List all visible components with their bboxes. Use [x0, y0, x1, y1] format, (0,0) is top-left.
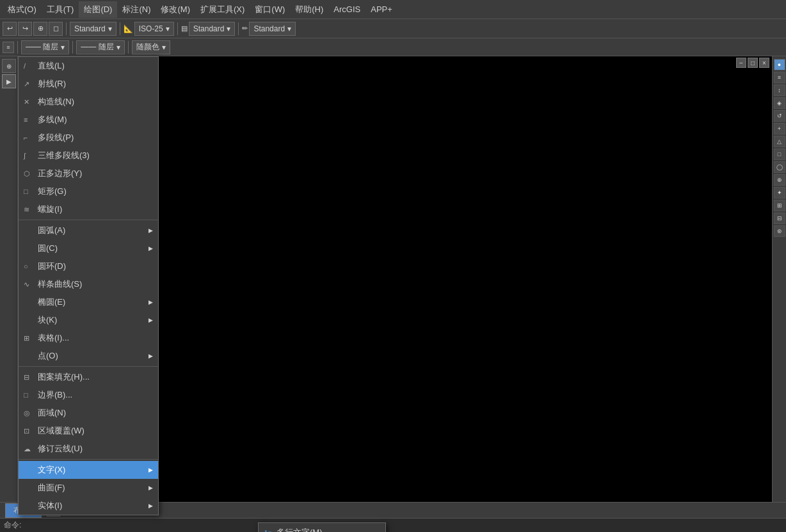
sep4 — [238, 22, 239, 35]
menu-item-boundary-label: 边界(B)... — [38, 389, 72, 401]
right-btn-11[interactable]: ✦ — [774, 187, 785, 198]
menu-item-text[interactable]: 文字(X) — [19, 461, 158, 479]
canvas-area[interactable]: − □ × / 直线(L) ↗ 射线(R) ✕ 构造线(N) ≡ 多线(M) — [18, 56, 772, 502]
redo-button[interactable]: ↪ — [18, 22, 32, 36]
right-btn-5[interactable]: ↺ — [774, 110, 785, 122]
menu-item-boundary[interactable]: □ 边界(B)... — [19, 386, 158, 404]
tool4-button[interactable]: ◻ — [49, 22, 63, 36]
right-btn-8[interactable]: □ — [774, 149, 785, 160]
right-btn-9[interactable]: ◯ — [774, 161, 785, 173]
toolbar-row2: ≡ —— 随层 ▾ —— 随层 ▾ 随颜色 ▾ — [0, 38, 786, 56]
iso-icon: 📐 — [124, 24, 133, 33]
standard2-dropdown[interactable]: Standard ▾ — [189, 22, 236, 36]
mtext-icon: A≡ — [264, 529, 272, 533]
menubar-item-modify[interactable]: 修改(M) — [156, 1, 195, 18]
menu-item-surface[interactable]: 曲面(F) — [19, 479, 158, 497]
menu-item-block-label: 块(K) — [38, 314, 57, 326]
menubar-item-format[interactable]: 格式(O) — [3, 1, 42, 18]
standard3-dropdown[interactable]: Standard ▾ — [249, 22, 296, 36]
menu-item-arc[interactable]: 圆弧(A) — [19, 222, 158, 239]
menubar-item-tools[interactable]: 工具(T) — [42, 1, 79, 18]
menubar-item-app[interactable]: APP+ — [365, 2, 397, 17]
layer2-dropdown[interactable]: —— 随层 ▾ — [76, 40, 124, 54]
menu-item-donut-label: 圆环(D) — [38, 261, 66, 272]
standard1-label: Standard — [74, 24, 106, 33]
menubar-item-help[interactable]: 帮助(H) — [290, 1, 328, 18]
menubar-item-arcgis[interactable]: ArcGIS — [328, 2, 365, 17]
standard2-icon: ▤ — [181, 24, 188, 33]
color-chevron: ▾ — [162, 43, 166, 52]
menu-item-multiline[interactable]: ≡ 多线(M) — [19, 111, 158, 129]
sep5 — [17, 41, 18, 54]
polygon-icon: ⬡ — [24, 170, 30, 178]
menu-item-ellipse[interactable]: 椭圆(E) — [19, 293, 158, 311]
layer-btn[interactable]: ≡ — [3, 42, 14, 53]
menu-item-region[interactable]: ◎ 面域(N) — [19, 404, 158, 422]
layer1-dropdown[interactable]: —— 随层 ▾ — [21, 40, 69, 54]
right-btn-12[interactable]: ⊞ — [774, 200, 785, 211]
menu-item-line[interactable]: / 直线(L) — [19, 57, 158, 75]
menu-item-line-label: 直线(L) — [38, 60, 65, 72]
hatch-icon: ⊟ — [24, 373, 29, 382]
close-button[interactable]: × — [759, 58, 769, 68]
standard1-dropdown[interactable]: Standard ▾ — [70, 22, 116, 36]
menu-item-rectangle[interactable]: □ 矩形(G) — [19, 182, 158, 200]
right-btn-10[interactable]: ⊕ — [774, 174, 785, 186]
menu-item-3d-polyline-label: 三维多段线(3) — [38, 150, 90, 161]
main-area: ⊕ ▶ − □ × / 直线(L) ↗ 射线(R) ✕ 构造线(N) — [0, 56, 786, 502]
command-prompt: 命令: — [4, 520, 21, 531]
menubar-item-extend[interactable]: 扩展工具(X) — [195, 1, 250, 18]
ray-icon: ↗ — [24, 80, 29, 88]
menu-item-donut[interactable]: ○ 圆环(D) — [19, 257, 158, 275]
menu-item-helix[interactable]: ≋ 螺旋(I) — [19, 200, 158, 218]
right-btn-4[interactable]: ◈ — [774, 97, 785, 109]
menu-item-solid[interactable]: 实体(I) — [19, 497, 158, 515]
sep6 — [72, 41, 73, 54]
menu-item-circle[interactable]: 圆(C) — [19, 239, 158, 257]
right-btn-14[interactable]: ⊛ — [774, 225, 785, 237]
menu-item-multiline-label: 多线(M) — [38, 114, 67, 125]
menubar-item-draw[interactable]: 绘图(D) — [79, 1, 117, 18]
menu-item-hatch-label: 图案填充(H)... — [38, 371, 90, 383]
menu-item-table[interactable]: ⊞ 表格(I)... — [19, 329, 158, 347]
menu-item-revision-cloud[interactable]: ☁ 修订云线(U) — [19, 440, 158, 458]
menu-item-solid-label: 实体(I) — [38, 500, 62, 512]
submenu-item-mtext[interactable]: A≡ 多行文字(M)... — [259, 523, 385, 532]
standard3-icon: ✏ — [242, 24, 248, 33]
menu-item-block[interactable]: 块(K) — [19, 311, 158, 329]
menu-item-3d-polyline[interactable]: ∫ 三维多段线(3) — [19, 147, 158, 165]
standard3-label: Standard — [253, 24, 285, 33]
command-bar[interactable]: 命令: — [0, 518, 786, 532]
menu-item-ray-label: 射线(R) — [38, 78, 66, 90]
menu-item-polygon[interactable]: ⬡ 正多边形(Y) — [19, 165, 158, 182]
menu-item-polyline[interactable]: ⌐ 多段线(P) — [19, 129, 158, 147]
menu-item-wipeout[interactable]: ⊡ 区域覆盖(W) — [19, 422, 158, 440]
right-btn-1[interactable]: ● — [774, 59, 785, 70]
menu-item-construct-line[interactable]: ✕ 构造线(N) — [19, 93, 158, 111]
iso25-label: ISO-25 — [139, 24, 163, 33]
tool3-button[interactable]: ⊕ — [33, 22, 47, 36]
menu-item-hatch[interactable]: ⊟ 图案填充(H)... — [19, 368, 158, 386]
sep1 — [66, 22, 67, 35]
draw-dropdown-menu: / 直线(L) ↗ 射线(R) ✕ 构造线(N) ≡ 多线(M) ⌐ 多段线(P… — [18, 56, 159, 515]
right-btn-2[interactable]: ≡ — [774, 72, 785, 83]
left-btn-2[interactable]: ▶ — [2, 74, 16, 88]
standard2-label: Standard — [193, 24, 225, 33]
menu-item-spline[interactable]: ∿ 样条曲线(S) — [19, 275, 158, 293]
menu-item-ray[interactable]: ↗ 射线(R) — [19, 75, 158, 93]
right-btn-6[interactable]: + — [774, 123, 785, 134]
right-btn-13[interactable]: ⊟ — [774, 213, 785, 224]
restore-button[interactable]: □ — [748, 58, 758, 68]
right-btn-3[interactable]: ↕ — [774, 85, 785, 96]
iso25-dropdown[interactable]: ISO-25 ▾ — [134, 22, 174, 36]
menubar-item-dimension[interactable]: 标注(N) — [117, 1, 156, 18]
left-btn-1[interactable]: ⊕ — [2, 59, 16, 73]
menu-item-spline-label: 样条曲线(S) — [38, 278, 82, 290]
right-btn-7[interactable]: △ — [774, 136, 785, 147]
minimize-button[interactable]: − — [736, 58, 746, 68]
menu-item-point[interactable]: 点(O) — [19, 347, 158, 365]
menubar-item-window[interactable]: 窗口(W) — [250, 1, 290, 18]
color-dropdown[interactable]: 随颜色 ▾ — [132, 40, 170, 54]
undo-button[interactable]: ↩ — [3, 22, 17, 36]
menu-item-ellipse-label: 椭圆(E) — [38, 296, 65, 308]
